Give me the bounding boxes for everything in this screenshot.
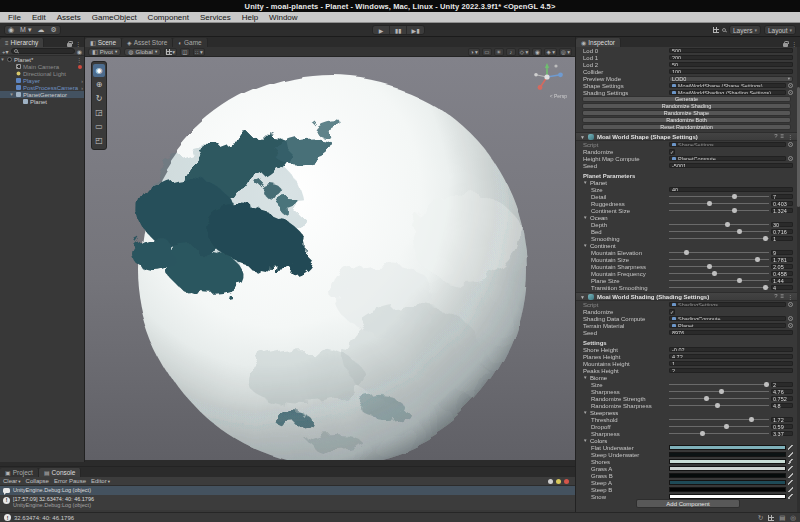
eyedropper-icon[interactable]	[788, 494, 793, 499]
slider-value-field[interactable]: 0.59	[771, 424, 793, 430]
eyedropper-icon[interactable]	[788, 473, 793, 478]
slider-value-field[interactable]: 4.76	[771, 389, 793, 395]
tab-hierarchy[interactable]: ≡ Hierarchy	[0, 38, 44, 47]
add-component-button[interactable]: Add Component	[636, 499, 740, 508]
snap-increment-dropdown[interactable]: ∷ ▾	[193, 48, 205, 56]
slider-knob[interactable]	[712, 271, 717, 276]
slider-knob[interactable]	[719, 389, 724, 394]
console-entry[interactable]: UnityEngine.Debug:Log (object)	[0, 486, 575, 495]
slider[interactable]	[669, 249, 769, 256]
error-count-icon[interactable]	[564, 479, 569, 484]
hierarchy-scene-row[interactable]: ▼Planet*⋮	[0, 56, 84, 63]
menu-edit[interactable]: Edit	[32, 13, 46, 22]
eyedropper-icon[interactable]	[788, 466, 793, 471]
foldout-row-biome[interactable]: ▼Biome	[576, 374, 797, 381]
foldout-arrow-icon[interactable]: ▼	[9, 92, 14, 97]
slider-knob[interactable]	[732, 194, 737, 199]
object-field[interactable]: PlanetCompute	[669, 156, 786, 162]
slider-knob[interactable]	[763, 236, 768, 241]
slider[interactable]	[669, 193, 769, 200]
settings-gear-icon[interactable]: ⚙	[47, 25, 59, 35]
hierarchy-item-planetgenerator[interactable]: ▼PlanetGenerator	[0, 91, 84, 98]
component-header-moai-world-shading-shading-settings-[interactable]: ▼Moai World Shading (Shading Settings)?≡…	[576, 292, 797, 301]
log-status-icon[interactable]: !	[4, 514, 11, 521]
slider-knob[interactable]	[707, 264, 712, 269]
hierarchy-item-postprocesscamera[interactable]: PostProcessCamera›	[0, 84, 84, 91]
foldout-arrow-icon[interactable]: ▼	[583, 438, 588, 443]
slider[interactable]	[669, 235, 769, 242]
slider[interactable]	[669, 423, 769, 430]
slider[interactable]	[669, 277, 769, 284]
slider-value-field[interactable]: 4	[771, 285, 793, 291]
color-swatch[interactable]	[669, 452, 786, 457]
slider-value-field[interactable]: 3.37	[771, 431, 793, 437]
tab-project[interactable]: ▣Project	[0, 468, 39, 477]
foldout-row-planet[interactable]: ▼Planet	[576, 179, 797, 186]
color-swatch[interactable]	[669, 459, 786, 464]
undo-history-icon[interactable]	[713, 27, 719, 33]
status-message[interactable]: 32.63474: 40: 46.1796	[14, 515, 74, 521]
slider[interactable]	[669, 381, 769, 388]
refresh-icon[interactable]: ↻	[758, 514, 763, 522]
value-field[interactable]: 500	[669, 48, 793, 54]
slider-value-field[interactable]: 0.716	[771, 229, 793, 235]
scene-picking-icon[interactable]: ◉	[77, 48, 82, 55]
foldout-row-continent[interactable]: ▼Continent	[576, 242, 797, 249]
slider[interactable]	[669, 228, 769, 235]
object-picker-icon[interactable]	[788, 83, 793, 88]
rotate-tool-button[interactable]: ↻	[93, 92, 105, 105]
help-icon[interactable]: ?	[774, 133, 777, 140]
scene-menu-icon[interactable]: ⋮	[76, 57, 82, 63]
no-progress-icon[interactable]: ◎	[790, 514, 796, 522]
visibility-icon[interactable]: ◉	[532, 48, 542, 56]
slider-knob[interactable]	[684, 250, 689, 255]
slider[interactable]	[669, 416, 769, 423]
slider[interactable]	[669, 263, 769, 270]
slider-knob[interactable]	[707, 201, 712, 206]
slider-knob[interactable]	[715, 403, 720, 408]
slider[interactable]	[669, 221, 769, 228]
slider[interactable]	[669, 388, 769, 395]
object-picker-icon[interactable]	[788, 142, 793, 147]
value-field[interactable]: 200	[669, 55, 793, 61]
tab-game[interactable]: ◐Game	[173, 38, 207, 47]
slider-knob[interactable]	[704, 396, 709, 401]
object-field[interactable]: ShadingSettings	[669, 302, 786, 308]
slider-value-field[interactable]: 1.324	[771, 208, 793, 214]
eyedropper-icon[interactable]	[788, 445, 793, 450]
presets-icon[interactable]: ≡	[780, 133, 784, 140]
menu-services[interactable]: Services	[200, 13, 231, 22]
foldout-arrow-icon[interactable]: ▼	[0, 57, 5, 62]
slider-value-field[interactable]: 0.458	[771, 271, 793, 277]
grid-visibility-dropdown[interactable]: ▾	[164, 48, 177, 56]
randomize-both-button[interactable]: Randomize Both	[582, 117, 791, 123]
layout-dropdown[interactable]: Layout▾	[764, 25, 796, 35]
object-picker-icon[interactable]	[788, 90, 793, 95]
presets-icon[interactable]: ≡	[780, 293, 784, 300]
menu-assets[interactable]: Assets	[57, 13, 81, 22]
slider-knob[interactable]	[764, 382, 769, 387]
slider-knob[interactable]	[749, 417, 754, 422]
slider-value-field[interactable]: 9	[771, 250, 793, 256]
slider[interactable]	[669, 207, 769, 214]
console-window-icon[interactable]: ▤	[779, 514, 785, 522]
value-field[interactable]: 2	[669, 368, 793, 374]
object-field[interactable]: ShadingCompute	[669, 316, 786, 322]
rect-tool-button[interactable]: ▭	[93, 120, 105, 133]
checkbox[interactable]: ✓	[669, 309, 675, 315]
console-entry[interactable]: ![17:57:09] 32.63474: 40: 46.1796UnityEn…	[0, 495, 575, 510]
step-button[interactable]: ▶▮	[407, 26, 424, 34]
camera-icon[interactable]: ◈ ▾	[544, 48, 557, 56]
pause-button[interactable]: ▮▮	[390, 26, 407, 34]
slider-value-field[interactable]: 1.72	[771, 417, 793, 423]
slider-value-field[interactable]: 2.05	[771, 264, 793, 270]
slider-value-field[interactable]: 30	[771, 222, 793, 228]
slider-value-field[interactable]: 2	[771, 382, 793, 388]
color-swatch[interactable]	[669, 487, 786, 492]
collapse-toggle[interactable]: Collapse	[26, 478, 49, 484]
component-menu-icon[interactable]: ⋮	[787, 133, 793, 140]
eyedropper-icon[interactable]	[788, 487, 793, 492]
foldout-arrow-icon[interactable]: ▼	[583, 215, 588, 220]
effects-icon[interactable]: ◇ ▾	[518, 48, 531, 56]
play-button[interactable]: ▶	[373, 26, 390, 34]
